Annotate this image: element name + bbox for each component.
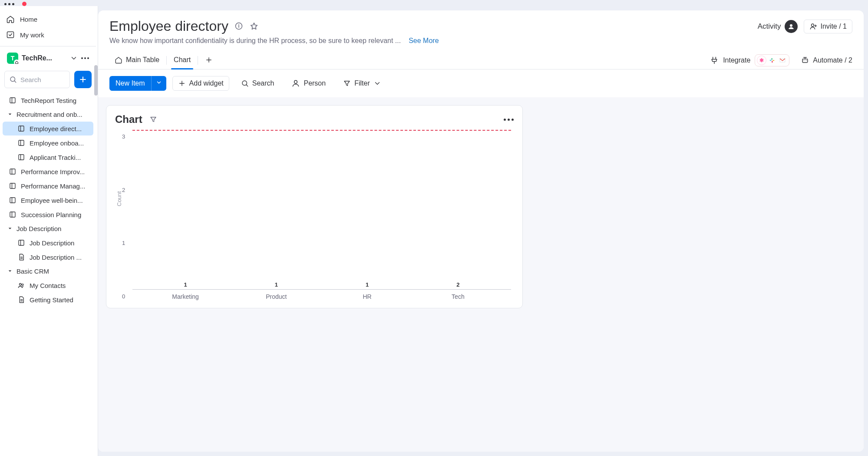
home-icon [115, 56, 122, 64]
sidebar-separator [0, 46, 96, 46]
sidebar-home-label: Home [20, 16, 37, 23]
svg-rect-7 [10, 183, 15, 188]
contacts-icon [17, 281, 25, 289]
sidebar-search-input[interactable]: Search [4, 71, 70, 88]
svg-rect-16 [770, 60, 772, 61]
sidebar-item[interactable]: My Contacts [3, 278, 93, 292]
sidebar-item[interactable]: Recruitment and onb... [3, 108, 93, 121]
sidebar-item[interactable]: Succession Planning [3, 208, 93, 221]
avatar-icon [785, 20, 798, 33]
sidebar-item[interactable]: Job Description [3, 222, 93, 235]
tab-add[interactable] [200, 52, 218, 69]
svg-point-15 [811, 24, 814, 26]
svg-rect-20 [802, 59, 808, 63]
sidebar-mywork-label: My work [20, 31, 44, 39]
chart-ylabel: Count [116, 191, 122, 206]
board-icon [17, 125, 25, 132]
sidebar-item[interactable]: Basic CRM [3, 264, 93, 278]
sidebar-item[interactable]: Employee well-bein... [3, 193, 93, 207]
top-bar [0, 0, 868, 6]
filter-button[interactable]: Filter [337, 76, 387, 91]
sidebar-item[interactable]: Performance Improv... [3, 165, 93, 178]
search-button[interactable]: Search [235, 76, 280, 91]
chevron-down-icon [373, 79, 381, 87]
svg-rect-17 [773, 60, 775, 61]
automate-button[interactable]: Automate / 2 [801, 56, 852, 65]
sidebar-item[interactable]: Job Description ... [3, 250, 93, 264]
svg-point-11 [20, 284, 22, 286]
sidebar-item[interactable]: Job Description [3, 236, 93, 250]
see-more-link[interactable]: See More [409, 37, 439, 45]
logo-icon [22, 2, 26, 6]
svg-rect-18 [772, 58, 772, 60]
workspace-menu-icon[interactable] [81, 57, 89, 59]
widget-title: Chart [115, 113, 142, 126]
board-icon [9, 168, 17, 175]
activity-button[interactable]: Activity [758, 20, 798, 33]
filter-icon[interactable] [149, 116, 157, 123]
integrate-button[interactable]: Integrate ✱ [710, 54, 789, 66]
svg-rect-2 [10, 98, 15, 103]
svg-rect-19 [772, 61, 773, 63]
canvas: Chart Count 1Marketing1Product1HR2Tech 0… [98, 97, 864, 452]
sidebar-item[interactable]: Performance Manag... [3, 179, 93, 193]
svg-rect-6 [10, 169, 15, 174]
search-icon [9, 76, 17, 83]
add-widget-button[interactable]: Add widget [172, 76, 229, 91]
sidebar-item[interactable]: Employee onboa... [3, 136, 93, 150]
chart-ytick: 3 [122, 133, 125, 140]
integrate-apps: ✱ [755, 54, 789, 66]
doc-icon [17, 296, 25, 304]
doc-icon [17, 253, 25, 261]
sidebar-add-button[interactable] [74, 71, 92, 88]
sidebar-item[interactable]: TechReport Testing [3, 93, 93, 107]
page-title: Employee directory [109, 18, 228, 34]
svg-rect-5 [19, 155, 24, 160]
view-tabs: Main Table Chart Integrate ✱ [98, 52, 864, 69]
svg-rect-0 [7, 32, 14, 37]
slack-icon [767, 56, 777, 65]
workspace-switcher[interactable]: T TechRe... [3, 50, 93, 66]
chart-widget: Chart Count 1Marketing1Product1HR2Tech 0… [106, 105, 523, 308]
plus-icon [178, 79, 186, 87]
sidebar-home[interactable]: Home [0, 11, 96, 27]
search-icon [241, 79, 249, 87]
sidebar-item[interactable]: Employee direct... [3, 122, 93, 135]
app-icon: ✱ [757, 56, 766, 65]
board-icon [9, 211, 17, 218]
star-icon[interactable] [249, 22, 259, 31]
board-icon [17, 139, 25, 147]
chevron-down-icon[interactable] [70, 54, 78, 62]
person-filter-button[interactable]: Person [286, 76, 331, 91]
app-switcher-icon[interactable] [4, 3, 14, 5]
sidebar-item[interactable]: Applicant Tracki... [3, 150, 93, 164]
svg-point-22 [294, 80, 297, 83]
chart: Count 1Marketing1Product1HR2Tech 0123 [115, 128, 514, 302]
chart-reference-line [132, 130, 511, 131]
svg-rect-3 [19, 126, 24, 131]
sidebar: Home My work T TechRe... [0, 6, 98, 456]
board-icon [17, 153, 25, 161]
svg-point-12 [22, 284, 23, 286]
sidebar-mywork[interactable]: My work [0, 27, 96, 43]
main-panel: Employee directory Activity [98, 10, 864, 452]
chart-ytick: 1 [122, 240, 125, 246]
svg-rect-10 [19, 240, 24, 245]
home-icon [6, 15, 15, 23]
new-item-dropdown[interactable] [151, 76, 166, 91]
new-item-button[interactable]: New Item [109, 76, 166, 91]
widget-menu-icon[interactable] [504, 119, 514, 121]
sidebar-scrollbar[interactable] [94, 65, 98, 96]
toolbar: New Item Add widget Search Person [98, 69, 864, 97]
invite-button[interactable]: Invite / 1 [804, 20, 852, 33]
robot-icon [801, 56, 809, 65]
sidebar-item[interactable]: Getting Started [3, 293, 93, 307]
plus-icon [79, 75, 87, 84]
board-icon [9, 196, 17, 204]
tab-main-table[interactable]: Main Table [109, 52, 165, 69]
sidebar-search-placeholder: Search [20, 76, 41, 83]
filter-icon [343, 79, 351, 87]
tab-chart[interactable]: Chart [168, 52, 196, 69]
info-icon[interactable] [234, 22, 243, 30]
chevron-down-icon [156, 79, 162, 86]
